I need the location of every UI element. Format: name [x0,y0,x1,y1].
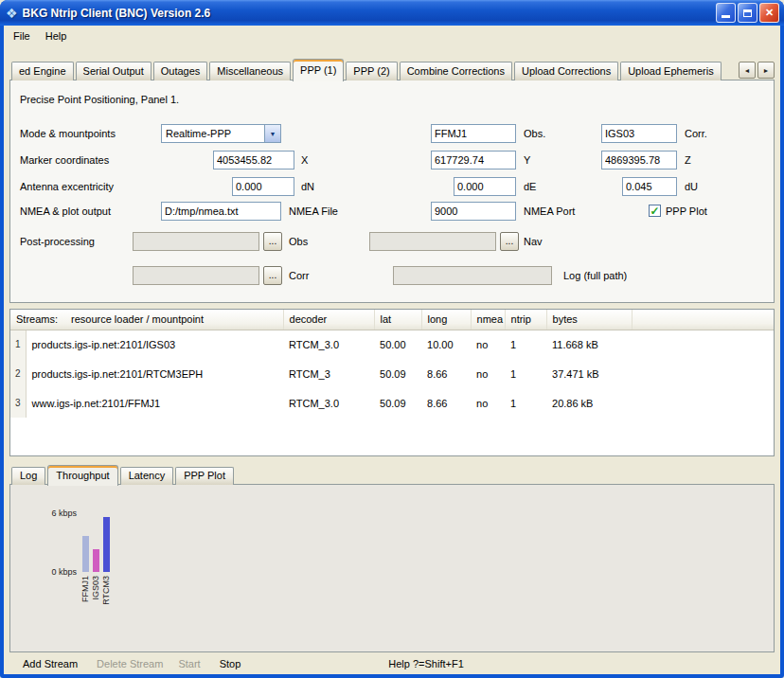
col-header-bytes: bytes [546,310,632,330]
antenna-du-input[interactable] [622,177,677,196]
cell-long: 10.00 [421,330,471,359]
help-shortcut-text: Help ?=Shift+F1 [388,658,464,669]
close-button[interactable]: ✕ [759,3,779,23]
col-header-lat: lat [374,310,421,330]
post-nav-browse-button[interactable]: ... [500,232,519,251]
row-number: 2 [10,359,26,388]
mode-dropdown-value: Realtime-PPP [162,128,264,139]
mountpoint-header-label: resource loader / mountpoint [71,313,204,325]
tab-upload-corrections[interactable]: Upload Corrections [514,62,618,80]
ppp-plot-checkbox[interactable]: ✓ [649,205,661,217]
col-header-nmea: nmea [471,310,505,330]
marker-coordinates-label: Marker coordinates [20,151,109,170]
maximize-icon [743,9,752,17]
delete-stream-button[interactable]: Delete Stream [91,658,169,669]
nmea-plot-output-label: NMEA & plot output [20,202,111,221]
start-button[interactable]: Start [172,658,205,669]
de-label: dE [524,177,536,196]
cell-nmea: no [471,330,505,359]
antenna-dn-input[interactable] [232,177,294,196]
scroll-right-icon: ► [763,67,770,74]
minimize-button[interactable] [716,3,736,23]
nmea-file-input[interactable] [161,202,281,221]
tab-scrollers: ◄ ► [739,62,775,79]
du-label: dU [685,177,698,196]
post-obs-browse-button[interactable]: ... [263,232,282,251]
chart-bars [82,513,110,572]
window-title: BKG Ntrip Client (BNC) Version 2.6 [23,7,714,20]
tab-throughput[interactable]: Throughput [47,465,117,486]
col-header-ntrip: ntrip [505,310,546,330]
x-label: X [301,151,308,170]
antenna-de-input[interactable] [454,177,516,196]
col-header-decoder: decoder [283,310,374,330]
mode-label: Mode & mountpoints [20,124,116,143]
cell-ntrip: 1 [505,359,546,388]
col-header-mountpoint: Streams:resource loader / mountpoint [10,310,283,330]
chart-x-labels: FFMJ1 IGS03 RTCM3 [80,576,111,605]
tab-miscellaneous[interactable]: Miscellaneous [209,62,291,80]
marker-z-input[interactable] [601,151,677,170]
tab-log[interactable]: Log [11,467,45,485]
menu-file[interactable]: File [6,27,38,45]
tab-combine-corrections[interactable]: Combine Corrections [400,62,512,80]
tab-ppp-plot[interactable]: PPP Plot [175,467,234,485]
window-body: File Help ed Engine Serial Output Outage… [4,26,780,674]
add-stream-button[interactable]: Add Stream [17,658,83,669]
stream-row-1[interactable]: 1 products.igs-ip.net:2101/IGS03 RTCM_3.… [10,330,774,359]
tab-latency[interactable]: Latency [120,467,174,485]
post-obs-input[interactable] [133,232,259,251]
top-tabbar: ed Engine Serial Output Outages Miscella… [9,58,775,80]
post-processing-label: Post-processing [20,232,95,251]
cell-bytes: 11.668 kB [546,330,632,359]
cell-decoder: RTCM_3 [283,359,374,388]
nmea-port-label: NMEA Port [524,202,575,221]
obs-mountpoint-input[interactable] [431,124,516,143]
panel-title: Precise Point Positioning, Panel 1. [20,94,179,105]
cell-ntrip: 1 [505,388,546,418]
corr-mountpoint-input[interactable] [601,124,677,143]
cell-mountpoint: products.igs-ip.net:2101/IGS03 [26,330,283,359]
scroll-left-icon: ◄ [744,67,751,74]
ppp-panel: Precise Point Positioning, Panel 1. Mode… [9,80,775,303]
post-nav-input[interactable] [369,232,496,251]
stop-button[interactable]: Stop [214,658,247,669]
maximize-button[interactable] [738,3,757,23]
row-number: 1 [10,330,26,359]
app-icon: ❖ [6,6,18,21]
minimize-icon [722,15,730,18]
tab-scroll-right-button[interactable]: ► [757,62,775,79]
post-obs-label: Obs [289,232,308,251]
obs-label: Obs. [524,124,545,143]
main-content: ed Engine Serial Output Outages Miscella… [4,46,780,674]
tab-feed-engine[interactable]: ed Engine [11,62,74,80]
post-corr-browse-button[interactable]: ... [263,266,282,285]
post-nav-label: Nav [524,232,543,251]
post-log-input[interactable] [393,266,552,285]
mode-dropdown[interactable]: Realtime-PPP ▼ [161,124,281,143]
tab-ppp-2[interactable]: PPP (2) [346,62,397,80]
tab-ppp-1[interactable]: PPP (1) [293,59,344,81]
bar-rtcm3 [103,517,110,572]
close-icon: ✕ [765,7,774,19]
menu-help[interactable]: Help [38,27,75,45]
tab-scroll-left-button[interactable]: ◄ [739,62,756,79]
col-header-long: long [421,310,471,330]
tab-outages[interactable]: Outages [153,62,208,80]
marker-y-input[interactable] [431,151,516,170]
post-log-label: Log (full path) [563,266,627,285]
corr-label: Corr. [685,124,707,143]
stream-row-3[interactable]: 3 www.igs-ip.net:2101/FFMJ1 RTCM_3.0 50.… [10,388,774,418]
chevron-down-icon: ▼ [264,125,280,142]
cell-nmea: no [471,359,505,388]
bottom-tabbar: Log Throughput Latency PPP Plot [9,464,775,485]
nmea-port-input[interactable] [431,202,516,221]
cell-long: 8.66 [421,359,471,388]
cell-lat: 50.00 [374,330,421,359]
stream-row-2[interactable]: 2 products.igs-ip.net:2101/RTCM3EPH RTCM… [10,359,774,388]
post-corr-input[interactable] [133,266,259,285]
tab-serial-output[interactable]: Serial Output [76,62,151,80]
tab-upload-ephemeris[interactable]: Upload Ephemeris [620,62,722,80]
marker-x-input[interactable] [213,151,294,170]
post-corr-label: Corr [289,266,309,285]
